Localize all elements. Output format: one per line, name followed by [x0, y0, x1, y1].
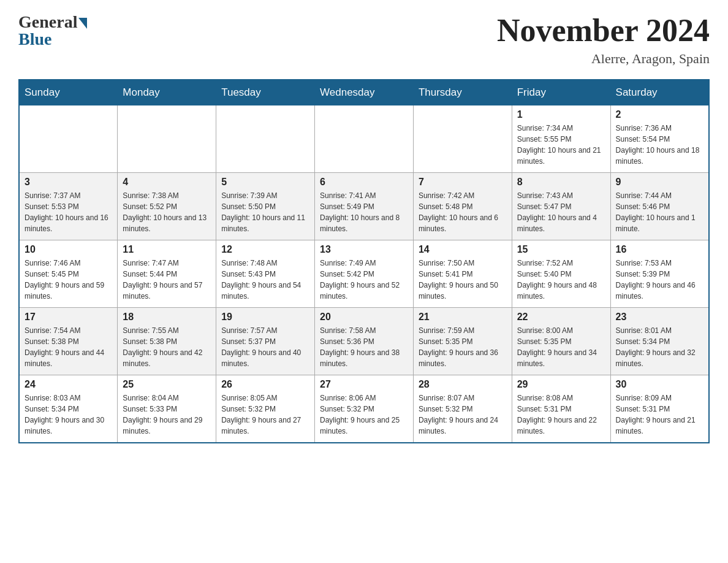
day-info: Sunrise: 7:55 AMSunset: 5:38 PMDaylight:…: [123, 325, 211, 369]
logo: General Blue: [18, 12, 87, 49]
calendar-cell: [413, 105, 512, 173]
day-number: 17: [25, 312, 112, 323]
day-number: 5: [221, 177, 309, 188]
day-number: 1: [517, 109, 605, 120]
day-info: Sunrise: 8:06 AMSunset: 5:32 PMDaylight:…: [320, 393, 408, 437]
day-number: 2: [616, 109, 703, 120]
header-saturday: Saturday: [610, 80, 709, 105]
calendar-cell: 7Sunrise: 7:42 AMSunset: 5:48 PMDaylight…: [413, 173, 512, 240]
day-info: Sunrise: 7:49 AMSunset: 5:42 PMDaylight:…: [320, 258, 408, 302]
day-number: 28: [419, 379, 507, 390]
calendar-week-row: 10Sunrise: 7:46 AMSunset: 5:45 PMDayligh…: [19, 240, 709, 308]
calendar-week-row: 24Sunrise: 8:03 AMSunset: 5:34 PMDayligh…: [19, 375, 709, 443]
calendar-cell: 3Sunrise: 7:37 AMSunset: 5:53 PMDaylight…: [19, 173, 118, 240]
day-number: 18: [123, 312, 211, 323]
month-title: November 2024: [497, 12, 710, 48]
day-info: Sunrise: 8:05 AMSunset: 5:32 PMDaylight:…: [221, 393, 309, 437]
day-number: 7: [419, 177, 507, 188]
calendar-cell: [19, 105, 118, 173]
calendar-cell: 21Sunrise: 7:59 AMSunset: 5:35 PMDayligh…: [413, 308, 512, 375]
calendar-cell: 22Sunrise: 8:00 AMSunset: 5:35 PMDayligh…: [512, 308, 610, 375]
day-info: Sunrise: 7:48 AMSunset: 5:43 PMDaylight:…: [221, 258, 309, 302]
header-thursday: Thursday: [413, 80, 512, 105]
calendar-cell: 16Sunrise: 7:53 AMSunset: 5:39 PMDayligh…: [610, 240, 709, 308]
logo-arrow-icon: [78, 18, 87, 29]
day-number: 16: [616, 244, 703, 255]
header-sunday: Sunday: [19, 80, 118, 105]
calendar-cell: [118, 105, 216, 173]
day-number: 20: [320, 312, 408, 323]
calendar-cell: 23Sunrise: 8:01 AMSunset: 5:34 PMDayligh…: [610, 308, 709, 375]
calendar-week-row: 17Sunrise: 7:54 AMSunset: 5:38 PMDayligh…: [19, 308, 709, 375]
calendar-cell: 8Sunrise: 7:43 AMSunset: 5:47 PMDaylight…: [512, 173, 610, 240]
day-info: Sunrise: 7:37 AMSunset: 5:53 PMDaylight:…: [25, 190, 112, 234]
day-info: Sunrise: 7:42 AMSunset: 5:48 PMDaylight:…: [419, 190, 507, 234]
logo-blue-text: Blue: [18, 29, 51, 49]
header-tuesday: Tuesday: [216, 80, 315, 105]
calendar-cell: 28Sunrise: 8:07 AMSunset: 5:32 PMDayligh…: [413, 375, 512, 443]
day-number: 26: [221, 379, 309, 390]
calendar-cell: 10Sunrise: 7:46 AMSunset: 5:45 PMDayligh…: [19, 240, 118, 308]
calendar-cell: 24Sunrise: 8:03 AMSunset: 5:34 PMDayligh…: [19, 375, 118, 443]
day-info: Sunrise: 8:08 AMSunset: 5:31 PMDaylight:…: [517, 393, 605, 437]
day-number: 21: [419, 312, 507, 323]
day-info: Sunrise: 7:50 AMSunset: 5:41 PMDaylight:…: [419, 258, 507, 302]
location-text: Alerre, Aragon, Spain: [497, 51, 710, 67]
day-number: 14: [419, 244, 507, 255]
day-info: Sunrise: 7:58 AMSunset: 5:36 PMDaylight:…: [320, 325, 408, 369]
day-info: Sunrise: 7:57 AMSunset: 5:37 PMDaylight:…: [221, 325, 309, 369]
day-info: Sunrise: 7:54 AMSunset: 5:38 PMDaylight:…: [25, 325, 112, 369]
calendar-cell: 25Sunrise: 8:04 AMSunset: 5:33 PMDayligh…: [118, 375, 216, 443]
calendar-cell: 17Sunrise: 7:54 AMSunset: 5:38 PMDayligh…: [19, 308, 118, 375]
calendar-cell: 13Sunrise: 7:49 AMSunset: 5:42 PMDayligh…: [315, 240, 414, 308]
calendar-cell: 15Sunrise: 7:52 AMSunset: 5:40 PMDayligh…: [512, 240, 610, 308]
calendar-cell: 1Sunrise: 7:34 AMSunset: 5:55 PMDaylight…: [512, 105, 610, 173]
day-number: 13: [320, 244, 408, 255]
day-number: 29: [517, 379, 605, 390]
day-number: 4: [123, 177, 211, 188]
calendar-cell: 6Sunrise: 7:41 AMSunset: 5:49 PMDaylight…: [315, 173, 414, 240]
day-number: 25: [123, 379, 211, 390]
day-info: Sunrise: 7:53 AMSunset: 5:39 PMDaylight:…: [616, 258, 703, 302]
calendar-cell: [315, 105, 414, 173]
calendar-cell: 5Sunrise: 7:39 AMSunset: 5:50 PMDaylight…: [216, 173, 315, 240]
calendar-week-row: 1Sunrise: 7:34 AMSunset: 5:55 PMDaylight…: [19, 105, 709, 173]
day-info: Sunrise: 7:59 AMSunset: 5:35 PMDaylight:…: [419, 325, 507, 369]
day-info: Sunrise: 8:01 AMSunset: 5:34 PMDaylight:…: [616, 325, 703, 369]
calendar-week-row: 3Sunrise: 7:37 AMSunset: 5:53 PMDaylight…: [19, 173, 709, 240]
day-info: Sunrise: 7:43 AMSunset: 5:47 PMDaylight:…: [517, 190, 605, 234]
day-number: 30: [616, 379, 703, 390]
day-info: Sunrise: 7:52 AMSunset: 5:40 PMDaylight:…: [517, 258, 605, 302]
day-info: Sunrise: 8:07 AMSunset: 5:32 PMDaylight:…: [419, 393, 507, 437]
header-wednesday: Wednesday: [315, 80, 414, 105]
day-number: 24: [25, 379, 112, 390]
calendar-cell: 27Sunrise: 8:06 AMSunset: 5:32 PMDayligh…: [315, 375, 414, 443]
day-info: Sunrise: 7:34 AMSunset: 5:55 PMDaylight:…: [517, 123, 605, 167]
calendar-table: SundayMondayTuesdayWednesdayThursdayFrid…: [18, 79, 710, 443]
day-info: Sunrise: 7:46 AMSunset: 5:45 PMDaylight:…: [25, 258, 112, 302]
calendar-cell: 29Sunrise: 8:08 AMSunset: 5:31 PMDayligh…: [512, 375, 610, 443]
calendar-cell: 30Sunrise: 8:09 AMSunset: 5:31 PMDayligh…: [610, 375, 709, 443]
header-friday: Friday: [512, 80, 610, 105]
day-number: 6: [320, 177, 408, 188]
day-info: Sunrise: 7:38 AMSunset: 5:52 PMDaylight:…: [123, 190, 211, 234]
page-header: General Blue November 2024 Alerre, Arago…: [18, 12, 710, 67]
day-info: Sunrise: 7:39 AMSunset: 5:50 PMDaylight:…: [221, 190, 309, 234]
day-info: Sunrise: 7:47 AMSunset: 5:44 PMDaylight:…: [123, 258, 211, 302]
day-number: 27: [320, 379, 408, 390]
day-info: Sunrise: 8:04 AMSunset: 5:33 PMDaylight:…: [123, 393, 211, 437]
day-info: Sunrise: 8:03 AMSunset: 5:34 PMDaylight:…: [25, 393, 112, 437]
day-number: 11: [123, 244, 211, 255]
day-number: 10: [25, 244, 112, 255]
calendar-cell: 11Sunrise: 7:47 AMSunset: 5:44 PMDayligh…: [118, 240, 216, 308]
day-number: 8: [517, 177, 605, 188]
calendar-cell: [216, 105, 315, 173]
day-number: 15: [517, 244, 605, 255]
calendar-cell: 12Sunrise: 7:48 AMSunset: 5:43 PMDayligh…: [216, 240, 315, 308]
calendar-cell: 9Sunrise: 7:44 AMSunset: 5:46 PMDaylight…: [610, 173, 709, 240]
day-number: 23: [616, 312, 703, 323]
header-monday: Monday: [118, 80, 216, 105]
day-info: Sunrise: 7:36 AMSunset: 5:54 PMDaylight:…: [616, 123, 703, 167]
calendar-cell: 14Sunrise: 7:50 AMSunset: 5:41 PMDayligh…: [413, 240, 512, 308]
day-number: 9: [616, 177, 703, 188]
